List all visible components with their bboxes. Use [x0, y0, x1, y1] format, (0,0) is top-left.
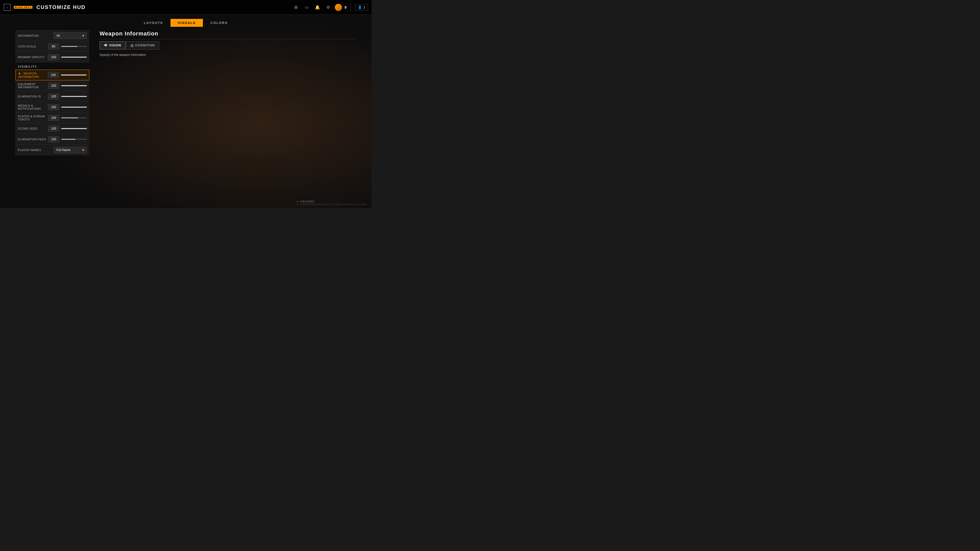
player-names-label: Player Names: [18, 148, 54, 151]
info-description: Opacity of the weapon information: [100, 53, 356, 57]
chevron-down-icon: ▾: [83, 148, 84, 152]
score-feed-number[interactable]: 100: [48, 125, 59, 132]
tab-colors[interactable]: COLORS: [204, 19, 235, 27]
elimination-feed-label: Elimination Feed: [18, 138, 48, 141]
information-dropdown[interactable]: All ▾: [54, 32, 87, 39]
avatar-badge: 9: [345, 5, 347, 10]
minimap-opacity-slider-fill: [61, 57, 87, 58]
visibility-section-header: VISIBILITY: [15, 62, 89, 70]
bell-icon-button[interactable]: 🔔: [313, 3, 321, 11]
tab-layouts[interactable]: LAYOUTS: [137, 19, 170, 27]
circle-icon: ◎: [130, 43, 134, 48]
information-label: INFORMATION: [18, 34, 54, 37]
equipment-information-row[interactable]: Equipment Information 100: [15, 80, 89, 91]
thegamer-icon: ✦: [296, 200, 298, 203]
medals-notifications-value: 100: [48, 104, 87, 110]
weapon-information-slider-fill: [61, 75, 86, 76]
back-icon: ‹: [6, 5, 8, 10]
elimination-id-row[interactable]: Elimination ID 100: [15, 91, 89, 102]
weapon-information-slider[interactable]: [61, 75, 86, 76]
user-section[interactable]: 👤 1: [355, 4, 368, 11]
elimination-feed-row[interactable]: Elimination Feed 100: [15, 134, 89, 144]
avatar: [335, 4, 342, 11]
score-feed-value: 100: [48, 125, 87, 132]
icon-scale-slider[interactable]: [61, 46, 87, 47]
elimination-feed-number[interactable]: 100: [48, 136, 59, 142]
elimination-feed-slider-fill: [61, 139, 75, 140]
minimap-opacity-number[interactable]: 100: [48, 54, 59, 60]
left-panel: INFORMATION All ▾ Icon Scale 80 Minimap …: [15, 29, 89, 207]
user-icon: 👤: [358, 5, 362, 9]
main-layout: INFORMATION All ▾ Icon Scale 80 Minimap …: [0, 29, 372, 207]
avatar-count: 9: [345, 5, 347, 10]
info-tabs: 👁 VISION ◎ COGNITION: [100, 41, 356, 49]
game-title-top: BLACK OPS 6: [14, 6, 32, 9]
tab-visuals[interactable]: VISUALS: [170, 19, 203, 27]
icon-scale-number[interactable]: 80: [48, 43, 59, 49]
player-streak-toasts-number[interactable]: 100: [48, 115, 59, 121]
elimination-id-value: 100: [48, 94, 87, 100]
weapon-info-title: Weapon Information: [100, 30, 356, 39]
equipment-information-number[interactable]: 100: [48, 83, 59, 89]
tab-cognition[interactable]: ◎ COGNITION: [126, 41, 159, 49]
elimination-id-label: Elimination ID: [18, 95, 48, 98]
back-button[interactable]: ‹: [3, 4, 11, 11]
right-panel: Weapon Information 👁 VISION ◎ COGNITION …: [100, 29, 356, 207]
icon-scale-label: Icon Scale: [18, 45, 48, 48]
medals-notifications-number[interactable]: 100: [48, 104, 59, 110]
player-streak-toasts-value: 100: [48, 115, 87, 121]
gear-icon-button[interactable]: ⚙: [324, 3, 332, 11]
information-row: INFORMATION All ▾: [15, 30, 89, 41]
player-names-value: Full Name ▾: [54, 147, 87, 153]
minimap-opacity-slider[interactable]: [61, 57, 87, 58]
player-streak-toasts-row[interactable]: Player & Streak Toasts 100: [15, 113, 89, 123]
information-value: All ▾: [54, 32, 87, 39]
medals-notifications-slider[interactable]: [61, 106, 87, 108]
equipment-information-label: Equipment Information: [18, 83, 48, 89]
minimap-opacity-row: Minimap Opacity 100: [15, 52, 89, 62]
icon-scale-slider-fill: [61, 46, 77, 47]
page-title: CUSTOMIZE HUD: [37, 4, 86, 10]
weapon-information-label: ★ Weapon Information: [18, 72, 48, 78]
equipment-information-value: 100: [48, 83, 87, 89]
weapon-information-row[interactable]: ★ Weapon Information 100: [15, 70, 89, 80]
score-feed-slider-fill: [61, 128, 87, 129]
grid-icon-button[interactable]: ⊞: [292, 3, 300, 11]
icon-scale-value: 80: [48, 43, 87, 49]
watermark: ✦ THEGAMER 11.2.20309444 [24-3|10235-11A…: [296, 200, 366, 206]
weapon-information-number[interactable]: 100: [48, 72, 59, 78]
elimination-id-slider[interactable]: [61, 96, 87, 97]
equipment-information-slider-fill: [61, 85, 87, 86]
vision-tab-label: VISION: [109, 44, 121, 47]
score-feed-slider[interactable]: [61, 128, 87, 129]
medals-notifications-row[interactable]: Medals & Notifications 100: [15, 102, 89, 113]
minimap-opacity-value: 100: [48, 54, 87, 60]
elimination-feed-slider[interactable]: [61, 139, 87, 140]
game-logo: BLACK OPS 6: [14, 6, 32, 9]
player-names-selected: Full Name: [56, 148, 70, 152]
watermark-text: 11.2.20309444 [24-3|10235-11A] Th [7300]…: [296, 203, 366, 206]
thegamer-brand: THEGAMER: [300, 200, 314, 203]
eye-icon: 👁: [104, 43, 108, 48]
header-icons: ⊞ ▭ 🔔 ⚙ 9 👤 1: [292, 3, 368, 11]
elimination-id-slider-fill: [61, 96, 87, 97]
score-feed-row[interactable]: Score Feed 100: [15, 123, 89, 134]
player-streak-toasts-slider-fill: [61, 118, 78, 118]
weapon-information-value: 100: [48, 72, 86, 78]
header: ‹ BLACK OPS 6 CUSTOMIZE HUD ⊞ ▭ 🔔 ⚙ 9 👤 …: [0, 0, 372, 15]
chevron-down-icon: ▾: [83, 34, 84, 38]
nav-tabs: LAYOUTS VISUALS COLORS: [0, 15, 372, 29]
elimination-feed-value: 100: [48, 136, 87, 142]
icon-scale-row: Icon Scale 80: [15, 41, 89, 52]
player-streak-toasts-label: Player & Streak Toasts: [18, 115, 48, 121]
score-feed-label: Score Feed: [18, 127, 48, 130]
picture-icon-button[interactable]: ▭: [303, 3, 311, 11]
tab-vision[interactable]: 👁 VISION: [100, 41, 126, 49]
bottom-bar: 5 RESET ALL: [0, 207, 372, 208]
information-selected: All: [56, 34, 60, 38]
elimination-id-number[interactable]: 100: [48, 94, 59, 100]
minimap-opacity-label: Minimap Opacity: [18, 56, 48, 59]
player-streak-toasts-slider[interactable]: [61, 118, 87, 118]
equipment-information-slider[interactable]: [61, 85, 87, 86]
player-names-dropdown[interactable]: Full Name ▾: [54, 147, 87, 153]
